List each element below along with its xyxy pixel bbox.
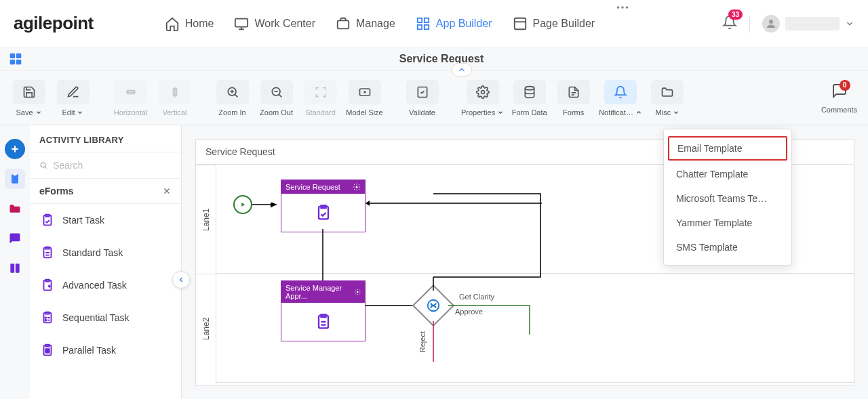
- svg-rect-11: [10, 54, 15, 58]
- dropdown-sms-template[interactable]: SMS Template: [664, 235, 791, 259]
- dropdown-yammer-template[interactable]: Yammer Template: [664, 211, 791, 235]
- zoom-out-button[interactable]: Zoom Out: [258, 80, 295, 117]
- nav-home[interactable]: Home: [155, 0, 224, 47]
- notifications-button[interactable]: 33: [722, 15, 737, 33]
- svg-rect-37: [47, 349, 49, 350]
- category-eforms[interactable]: eForms: [30, 179, 181, 204]
- nav-more[interactable]: [605, 0, 640, 47]
- nav-work-center[interactable]: Work Center: [224, 0, 326, 47]
- svg-rect-38: [45, 351, 47, 352]
- align-horizontal-icon: [115, 80, 147, 104]
- decision-gateway[interactable]: [412, 285, 454, 327]
- svg-rect-6: [514, 18, 526, 29]
- activity-manager-approval[interactable]: Service Manager Appr...: [281, 280, 366, 341]
- svg-point-28: [41, 163, 45, 167]
- gear-icon[interactable]: [354, 288, 361, 296]
- top-header: agilepoint Home Work Center Manage App B…: [0, 0, 868, 47]
- collapse-library-button[interactable]: [172, 271, 190, 289]
- forms-button[interactable]: Forms: [555, 80, 592, 117]
- dropdown-teams-template[interactable]: Microsoft Teams Te…: [664, 186, 791, 211]
- notification-badge: 33: [728, 9, 743, 20]
- svg-rect-0: [235, 18, 248, 26]
- comments-button[interactable]: 0 Comments: [821, 83, 858, 114]
- clipboard-icon: [314, 312, 333, 331]
- dropdown-email-template[interactable]: Email Template: [668, 136, 787, 161]
- gear-icon[interactable]: [353, 183, 361, 191]
- validate-button[interactable]: Validate: [403, 80, 441, 117]
- edit-icon: [57, 80, 90, 104]
- rail-chat[interactable]: [5, 228, 25, 249]
- clipboard-list-icon: [39, 310, 56, 326]
- form-data-button[interactable]: Form Data: [511, 80, 548, 117]
- svg-point-41: [356, 186, 358, 188]
- notifications-dropdown-button[interactable]: Notificat…: [599, 80, 642, 117]
- folder-icon: [651, 80, 684, 104]
- svg-rect-12: [16, 54, 21, 58]
- align-horizontal-button[interactable]: Horizontal: [112, 80, 149, 117]
- lib-sequential-task[interactable]: Sequential Task: [30, 301, 181, 334]
- svg-point-22: [481, 90, 484, 93]
- play-icon: [239, 201, 246, 208]
- model-size-button[interactable]: Model Size: [346, 80, 383, 117]
- search-icon: [39, 159, 47, 171]
- clipboard-icon: [39, 245, 56, 261]
- clipboard-grid-icon: [39, 342, 56, 358]
- start-node[interactable]: [233, 195, 252, 214]
- search-input[interactable]: [53, 160, 172, 171]
- svg-point-23: [525, 86, 534, 89]
- save-icon: [13, 80, 45, 104]
- context-bar: Service Request: [0, 47, 868, 71]
- zoom-standard-button[interactable]: Standard: [302, 80, 339, 117]
- lane-2-label: Lane2: [196, 274, 216, 383]
- home-icon: [165, 16, 180, 31]
- misc-button[interactable]: Misc: [649, 80, 686, 117]
- activity-service-request[interactable]: Service Request: [281, 180, 366, 232]
- svg-point-47: [357, 291, 359, 293]
- grid-icon: [416, 16, 431, 31]
- nav-app-builder[interactable]: App Builder: [406, 0, 502, 47]
- svg-marker-44: [366, 201, 370, 206]
- collapse-nav-button[interactable]: [452, 63, 472, 77]
- properties-button[interactable]: Properties: [461, 80, 504, 117]
- svg-rect-26: [10, 264, 14, 272]
- zoom-in-button[interactable]: Zoom In: [214, 80, 251, 117]
- zoom-in-icon: [216, 80, 249, 104]
- gear-icon: [467, 80, 499, 104]
- rail-folder[interactable]: [5, 198, 25, 219]
- left-rail: [0, 125, 30, 399]
- svg-rect-25: [14, 173, 17, 175]
- edge-label-approve: Approve: [455, 308, 483, 316]
- database-icon: [513, 80, 546, 104]
- apps-grid-button[interactable]: [8, 51, 23, 66]
- header-right: 33: [722, 15, 854, 33]
- toolbar: Save Edit Horizontal Vertical Zoom In Zo…: [0, 71, 868, 125]
- svg-rect-13: [10, 60, 15, 64]
- briefcase-icon: [336, 16, 351, 31]
- user-menu[interactable]: [749, 15, 854, 33]
- align-vertical-button[interactable]: Vertical: [156, 80, 193, 117]
- lib-parallel-task[interactable]: Parallel Task: [30, 334, 181, 366]
- chevron-down-icon: [845, 19, 854, 28]
- lib-standard-task[interactable]: Standard Task: [30, 236, 181, 269]
- save-button[interactable]: Save: [10, 80, 47, 117]
- rail-columns[interactable]: [5, 258, 25, 278]
- lib-start-task[interactable]: Start Task: [30, 204, 181, 236]
- nav-manage[interactable]: Manage: [326, 0, 406, 47]
- add-button[interactable]: [5, 139, 25, 159]
- edit-button[interactable]: Edit: [54, 80, 92, 117]
- page-title: Service Request: [399, 53, 484, 65]
- close-icon[interactable]: [162, 186, 172, 196]
- svg-rect-39: [47, 351, 49, 352]
- svg-rect-1: [338, 20, 349, 28]
- file-icon: [557, 80, 590, 104]
- clipboard-icon: [39, 212, 56, 228]
- svg-rect-36: [45, 349, 47, 350]
- nav-page-builder[interactable]: Page Builder: [502, 0, 606, 47]
- rail-clipboard[interactable]: [5, 169, 25, 189]
- avatar-icon: [762, 15, 780, 33]
- gateway-icon: [426, 298, 441, 313]
- dropdown-chatter-template[interactable]: Chatter Template: [664, 162, 791, 186]
- chevron-down-icon: [35, 109, 42, 116]
- lib-advanced-task[interactable]: Advanced Task: [30, 269, 181, 301]
- svg-point-33: [45, 317, 46, 318]
